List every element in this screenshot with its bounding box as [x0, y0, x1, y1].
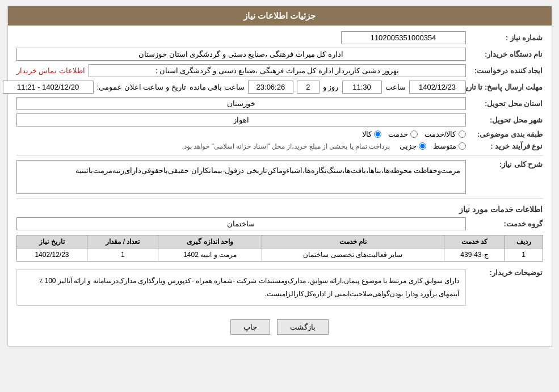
services-table: ردیف کد خدمت نام خدمت واحد اندازه گیری ت… — [16, 235, 543, 262]
td-unit: مرمت و انبیه 1402 — [158, 248, 262, 262]
announce-date-value: 1402/12/20 - 11:21 — [3, 81, 94, 94]
th-row: ردیف — [505, 235, 543, 248]
buyer-value: اداره کل میراث فرهنگی ،صنایع دستی و گردش… — [16, 48, 466, 61]
days-label: روز و — [323, 83, 339, 91]
back-button[interactable]: بازگشت — [277, 319, 329, 335]
category-option-kala-khedmat[interactable]: کالا/خدمت — [424, 130, 466, 138]
category-label-khedmat: خدمت — [388, 130, 408, 138]
city-row: شهر محل تحویل: اهواز — [16, 113, 543, 127]
process-label-jozii: جزیی — [400, 142, 417, 150]
description-label: شرح کلی نیاز: — [469, 160, 543, 168]
deadline-remaining: 23:06:26 — [248, 81, 293, 94]
th-qty: تعداد / مقدار — [87, 235, 158, 248]
remaining-label: ساعت باقی مانده — [190, 83, 245, 91]
category-label-kala-khedmat: کالا/خدمت — [424, 130, 456, 138]
creator-label: ایجاد کننده درخواست: — [469, 66, 543, 75]
th-name: نام خدمت — [262, 235, 444, 248]
divider2 — [16, 199, 543, 199]
province-row: استان محل تحویل: خوزستان — [16, 97, 543, 110]
th-code: کد خدمت — [444, 235, 505, 248]
th-date: تاریخ نیاز — [16, 235, 87, 248]
category-radio-kala[interactable] — [374, 130, 381, 138]
description-value: مرمت‌وحفاظت محوطه‌ها،بناها،بافت‌ها،سنگ‌ن… — [16, 160, 466, 194]
td-qty: 1 — [87, 248, 158, 262]
divider1 — [16, 155, 543, 155]
content-area: شماره نیاز : 1102005351000354 نام دستگاه… — [8, 26, 552, 346]
description-row: شرح کلی نیاز: مرمت‌وحفاظت محوطه‌ها،بناها… — [16, 160, 543, 194]
deadline-inline-group: 1402/12/23 ساعت 11:30 روز و 2 23:06:26 س… — [190, 81, 466, 94]
page-title: جزئیات اطلاعات نیاز — [243, 11, 316, 20]
category-label-kala: کالا — [362, 130, 372, 138]
need-number-value: 1102005351000354 — [341, 31, 466, 44]
deadline-days: 2 — [297, 81, 320, 94]
deadline-row: مهلت ارسال پاسخ: تا تاریخ: 1402/12/23 سا… — [16, 81, 543, 94]
creator-value: بهروز دشتی کاربردار اداره کل میراث فرهنگ… — [89, 64, 466, 77]
process-label: نوع فرآیند خرید : — [469, 142, 543, 150]
table-row: 1ج-43-439سایر فعالیت‌های تخصصی ساختمانمر… — [16, 248, 543, 262]
response-deadline-label: مهلت ارسال پاسخ: تا تاریخ: — [469, 83, 543, 91]
deadline-time: 11:30 — [342, 81, 382, 94]
process-radio-motavasset[interactable] — [459, 142, 466, 150]
time-label: ساعت — [385, 83, 406, 91]
service-group-value: ساختمان — [16, 217, 466, 230]
process-label-motavasset: متوسط — [433, 142, 456, 150]
category-radio-khedmat[interactable] — [410, 130, 418, 138]
deadline-date: 1402/12/23 — [409, 81, 466, 94]
td-date: 1402/12/23 — [16, 248, 87, 262]
service-group-label: گروه خدمت: — [469, 220, 543, 228]
category-row: طبقه بندی موضوعی: کالا/خدمت خدمت کالا — [16, 130, 543, 138]
process-radio-jozii[interactable] — [419, 142, 426, 150]
category-label: طبقه بندی موضوعی: — [469, 130, 543, 138]
province-value: خوزستان — [16, 97, 466, 110]
category-option-kala[interactable]: کالا — [362, 130, 381, 138]
announce-date-label: تاریخ و ساعت اعلان عمومی: — [97, 83, 186, 91]
buyer-notes-value: دارای سوابق کاری مرتبط با موضوع پیمان،ار… — [16, 269, 466, 306]
city-label: شهر محل تحویل: — [469, 116, 543, 124]
print-button[interactable]: چاپ — [230, 319, 270, 335]
city-value: اهواز — [16, 113, 466, 127]
process-radio-group: متوسط جزیی — [400, 142, 466, 150]
category-option-khedmat[interactable]: خدمت — [388, 130, 418, 138]
table-header-row: ردیف کد خدمت نام خدمت واحد اندازه گیری ت… — [16, 235, 543, 248]
page-container: جزئیات اطلاعات نیاز شماره نیاز : 1102005… — [7, 6, 552, 347]
process-option-motavasset[interactable]: متوسط — [433, 142, 466, 150]
td-code: ج-43-439 — [444, 248, 505, 262]
buyer-label: نام دستگاه خریدار: — [469, 50, 543, 58]
page-header: جزئیات اطلاعات نیاز — [8, 6, 552, 26]
services-section-title: اطلاعات خدمات مورد نیاز — [16, 205, 543, 214]
process-option-jozii[interactable]: جزیی — [400, 142, 426, 150]
td-name: سایر فعالیت‌های تخصصی ساختمان — [262, 248, 444, 262]
buyer-notes-label: توضیحات خریدار: — [469, 266, 543, 277]
process-type-row: نوع فرآیند خرید : متوسط جزیی پرداخت تمام… — [16, 142, 543, 150]
need-number-label: شماره نیاز : — [469, 33, 543, 42]
creator-row: ایجاد کننده درخواست: بهروز دشتی کاربردار… — [16, 64, 543, 77]
province-label: استان محل تحویل: — [469, 99, 543, 108]
process-description: پرداخت تمام یا بخشی از مبلغ خرید،از محل … — [182, 142, 390, 150]
category-radio-kala-khedmat[interactable] — [459, 130, 466, 138]
buyer-notes-row: توضیحات خریدار: دارای سوابق کاری مرتبط ب… — [16, 266, 543, 309]
th-unit: واحد اندازه گیری — [158, 235, 262, 248]
contact-link[interactable]: اطلاعات تماس خریدار — [16, 66, 85, 75]
service-group-row: گروه خدمت: ساختمان — [16, 217, 543, 230]
need-number-row: شماره نیاز : 1102005351000354 — [16, 31, 543, 44]
buyer-row: نام دستگاه خریدار: اداره کل میراث فرهنگی… — [16, 48, 543, 61]
button-group: بازگشت چاپ — [16, 313, 543, 340]
td-row: 1 — [505, 248, 543, 262]
category-radio-group: کالا/خدمت خدمت کالا — [362, 130, 466, 138]
